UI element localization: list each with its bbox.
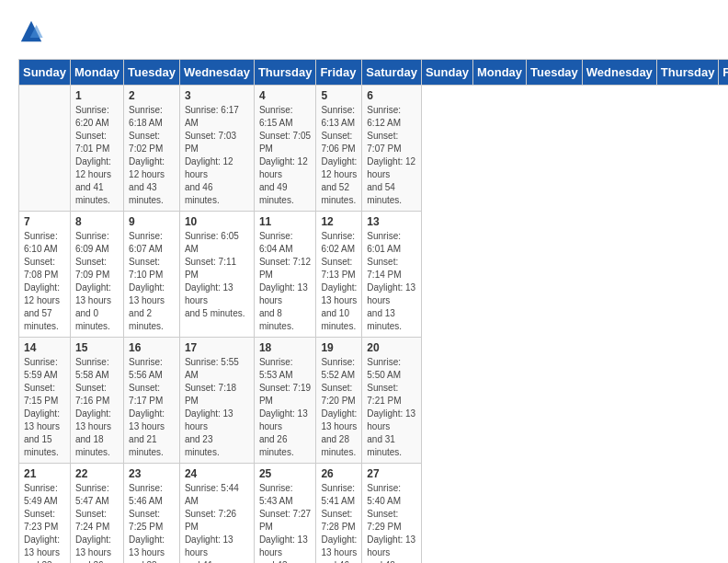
day-info: Sunrise: 6:05 AM Sunset: 7:11 PM Dayligh… <box>185 230 249 320</box>
calendar-cell: 18Sunrise: 5:53 AM Sunset: 7:19 PM Dayli… <box>254 338 316 464</box>
day-info: Sunrise: 6:09 AM Sunset: 7:09 PM Dayligh… <box>75 230 119 333</box>
day-info: Sunrise: 6:18 AM Sunset: 7:02 PM Dayligh… <box>129 104 175 207</box>
day-number: 2 <box>129 89 175 102</box>
day-number: 13 <box>367 215 416 228</box>
day-info: Sunrise: 5:52 AM Sunset: 7:20 PM Dayligh… <box>321 356 357 459</box>
day-info: Sunrise: 6:15 AM Sunset: 7:05 PM Dayligh… <box>259 104 312 207</box>
day-number: 4 <box>259 89 312 102</box>
day-info: Sunrise: 6:10 AM Sunset: 7:08 PM Dayligh… <box>24 230 65 333</box>
calendar-cell: 24Sunrise: 5:44 AM Sunset: 7:26 PM Dayli… <box>179 464 254 564</box>
day-number: 8 <box>75 215 119 228</box>
calendar-cell: 12Sunrise: 6:02 AM Sunset: 7:13 PM Dayli… <box>316 212 362 338</box>
day-info: Sunrise: 5:47 AM Sunset: 7:24 PM Dayligh… <box>75 482 119 563</box>
day-info: Sunrise: 5:46 AM Sunset: 7:25 PM Dayligh… <box>129 482 175 563</box>
logo-icon <box>18 18 44 44</box>
header-thursday: Thursday <box>656 60 719 86</box>
day-info: Sunrise: 5:56 AM Sunset: 7:17 PM Dayligh… <box>129 356 175 459</box>
header-monday: Monday <box>472 60 526 86</box>
day-number: 3 <box>185 89 249 102</box>
day-number: 23 <box>129 467 175 480</box>
calendar-cell: 7Sunrise: 6:10 AM Sunset: 7:08 PM Daylig… <box>19 212 71 338</box>
header-monday: Monday <box>70 60 123 86</box>
calendar-cell: 1Sunrise: 6:20 AM Sunset: 7:01 PM Daylig… <box>70 86 123 212</box>
calendar-cell: 25Sunrise: 5:43 AM Sunset: 7:27 PM Dayli… <box>254 464 316 564</box>
day-info: Sunrise: 5:53 AM Sunset: 7:19 PM Dayligh… <box>259 356 312 459</box>
week-row-1: 1Sunrise: 6:20 AM Sunset: 7:01 PM Daylig… <box>19 86 729 212</box>
header-sunday: Sunday <box>421 60 472 86</box>
header-wednesday: Wednesday <box>582 60 656 86</box>
day-info: Sunrise: 6:13 AM Sunset: 7:06 PM Dayligh… <box>321 104 357 207</box>
calendar-cell: 20Sunrise: 5:50 AM Sunset: 7:21 PM Dayli… <box>362 338 422 464</box>
calendar-cell: 14Sunrise: 5:59 AM Sunset: 7:15 PM Dayli… <box>19 338 71 464</box>
day-number: 14 <box>24 341 65 354</box>
day-number: 12 <box>321 215 357 228</box>
page-header <box>18 18 710 44</box>
day-number: 11 <box>259 215 312 228</box>
header-friday: Friday <box>316 60 362 86</box>
day-info: Sunrise: 6:04 AM Sunset: 7:12 PM Dayligh… <box>259 230 312 333</box>
day-info: Sunrise: 6:01 AM Sunset: 7:14 PM Dayligh… <box>367 230 416 333</box>
day-info: Sunrise: 5:40 AM Sunset: 7:29 PM Dayligh… <box>367 482 416 563</box>
day-number: 16 <box>129 341 175 354</box>
day-number: 20 <box>367 341 416 354</box>
day-number: 19 <box>321 341 357 354</box>
day-info: Sunrise: 5:55 AM Sunset: 7:18 PM Dayligh… <box>185 356 249 459</box>
calendar-cell: 21Sunrise: 5:49 AM Sunset: 7:23 PM Dayli… <box>19 464 71 564</box>
day-number: 25 <box>259 467 312 480</box>
calendar-cell: 19Sunrise: 5:52 AM Sunset: 7:20 PM Dayli… <box>316 338 362 464</box>
day-number: 17 <box>185 341 249 354</box>
day-number: 1 <box>75 89 119 102</box>
calendar-cell: 16Sunrise: 5:56 AM Sunset: 7:17 PM Dayli… <box>124 338 180 464</box>
day-info: Sunrise: 5:44 AM Sunset: 7:26 PM Dayligh… <box>185 482 249 563</box>
day-number: 27 <box>367 467 416 480</box>
day-info: Sunrise: 5:58 AM Sunset: 7:16 PM Dayligh… <box>75 356 119 459</box>
day-info: Sunrise: 6:12 AM Sunset: 7:07 PM Dayligh… <box>367 104 416 207</box>
day-number: 15 <box>75 341 119 354</box>
calendar-cell: 27Sunrise: 5:40 AM Sunset: 7:29 PM Dayli… <box>362 464 422 564</box>
day-number: 9 <box>129 215 175 228</box>
day-number: 7 <box>24 215 65 228</box>
day-info: Sunrise: 5:43 AM Sunset: 7:27 PM Dayligh… <box>259 482 312 563</box>
day-number: 26 <box>321 467 357 480</box>
calendar-cell: 9Sunrise: 6:07 AM Sunset: 7:10 PM Daylig… <box>124 212 180 338</box>
day-number: 6 <box>367 89 416 102</box>
calendar-cell: 8Sunrise: 6:09 AM Sunset: 7:09 PM Daylig… <box>70 212 123 338</box>
week-row-4: 21Sunrise: 5:49 AM Sunset: 7:23 PM Dayli… <box>19 464 729 564</box>
day-info: Sunrise: 5:59 AM Sunset: 7:15 PM Dayligh… <box>24 356 65 459</box>
day-info: Sunrise: 6:20 AM Sunset: 7:01 PM Dayligh… <box>75 104 119 207</box>
day-number: 5 <box>321 89 357 102</box>
calendar-table: SundayMondayTuesdayWednesdayThursdayFrid… <box>18 59 728 563</box>
calendar-cell: 22Sunrise: 5:47 AM Sunset: 7:24 PM Dayli… <box>70 464 123 564</box>
day-number: 18 <box>259 341 312 354</box>
calendar-cell: 15Sunrise: 5:58 AM Sunset: 7:16 PM Dayli… <box>70 338 123 464</box>
day-number: 22 <box>75 467 119 480</box>
day-info: Sunrise: 5:50 AM Sunset: 7:21 PM Dayligh… <box>367 356 416 459</box>
day-number: 24 <box>185 467 249 480</box>
calendar-cell: 2Sunrise: 6:18 AM Sunset: 7:02 PM Daylig… <box>124 86 180 212</box>
calendar-cell: 3Sunrise: 6:17 AM Sunset: 7:03 PM Daylig… <box>179 86 254 212</box>
day-info: Sunrise: 5:49 AM Sunset: 7:23 PM Dayligh… <box>24 482 65 563</box>
calendar-cell: 23Sunrise: 5:46 AM Sunset: 7:25 PM Dayli… <box>124 464 180 564</box>
header-saturday: Saturday <box>362 60 422 86</box>
day-info: Sunrise: 5:41 AM Sunset: 7:28 PM Dayligh… <box>321 482 357 563</box>
day-number: 21 <box>24 467 65 480</box>
day-info: Sunrise: 6:17 AM Sunset: 7:03 PM Dayligh… <box>185 104 249 207</box>
header-friday: Friday <box>719 60 728 86</box>
calendar-cell: 11Sunrise: 6:04 AM Sunset: 7:12 PM Dayli… <box>254 212 316 338</box>
calendar-cell: 4Sunrise: 6:15 AM Sunset: 7:05 PM Daylig… <box>254 86 316 212</box>
header-tuesday: Tuesday <box>124 60 180 86</box>
week-row-3: 14Sunrise: 5:59 AM Sunset: 7:15 PM Dayli… <box>19 338 729 464</box>
week-row-2: 7Sunrise: 6:10 AM Sunset: 7:08 PM Daylig… <box>19 212 729 338</box>
calendar-cell: 26Sunrise: 5:41 AM Sunset: 7:28 PM Dayli… <box>316 464 362 564</box>
calendar-header-row: SundayMondayTuesdayWednesdayThursdayFrid… <box>19 60 729 86</box>
calendar-cell: 6Sunrise: 6:12 AM Sunset: 7:07 PM Daylig… <box>362 86 422 212</box>
calendar-cell: 13Sunrise: 6:01 AM Sunset: 7:14 PM Dayli… <box>362 212 422 338</box>
header-wednesday: Wednesday <box>179 60 254 86</box>
calendar-cell: 10Sunrise: 6:05 AM Sunset: 7:11 PM Dayli… <box>179 212 254 338</box>
day-info: Sunrise: 6:02 AM Sunset: 7:13 PM Dayligh… <box>321 230 357 333</box>
header-tuesday: Tuesday <box>527 60 583 86</box>
header-thursday: Thursday <box>254 60 316 86</box>
calendar-cell <box>19 86 71 212</box>
day-info: Sunrise: 6:07 AM Sunset: 7:10 PM Dayligh… <box>129 230 175 333</box>
logo <box>18 18 48 44</box>
